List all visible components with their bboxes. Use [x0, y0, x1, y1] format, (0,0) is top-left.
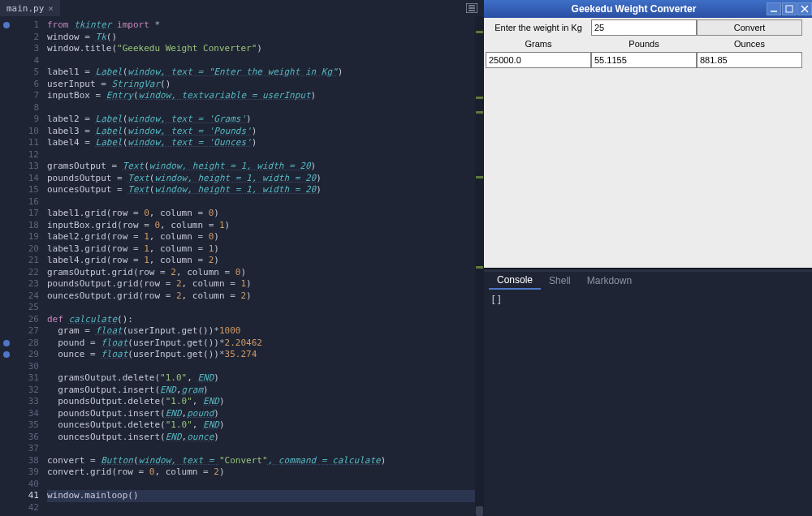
line-number[interactable]: 22: [0, 267, 47, 279]
code-line[interactable]: ouncesOutput.insert(END,ounce): [47, 432, 484, 444]
code-line[interactable]: [47, 502, 484, 514]
tab-console[interactable]: Console: [489, 272, 541, 290]
minimize-icon[interactable]: [767, 2, 781, 15]
close-icon[interactable]: ×: [48, 3, 54, 14]
code-line[interactable]: poundsOutput.insert(END,pound): [47, 408, 484, 420]
code-line[interactable]: label3.grid(row = 1, column = 1): [47, 243, 484, 256]
breakpoint-icon[interactable]: [3, 351, 10, 358]
line-number[interactable]: 3: [0, 43, 47, 55]
code-line[interactable]: from tkinter import *: [47, 19, 484, 32]
tk-output-ounces[interactable]: 881.85: [697, 52, 802, 68]
line-number[interactable]: 1: [0, 19, 47, 32]
line-number[interactable]: 4: [0, 55, 47, 67]
code-line[interactable]: ouncesOutput.delete("1.0", END): [47, 419, 484, 432]
tk-output-grams[interactable]: 25000.0: [486, 52, 591, 68]
line-number[interactable]: 30: [0, 361, 47, 373]
code-line[interactable]: [47, 55, 484, 67]
code-line[interactable]: [47, 102, 484, 114]
tk-output-pounds[interactable]: 55.1155: [591, 52, 697, 68]
line-number[interactable]: 7: [0, 90, 47, 102]
code-line[interactable]: gramsOutput.insert(END,gram): [47, 385, 484, 397]
code-line[interactable]: label2.grid(row = 1, column = 0): [47, 231, 484, 243]
tab-markdown[interactable]: Markdown: [579, 273, 640, 289]
line-number[interactable]: 27: [0, 325, 47, 338]
tab-shell[interactable]: Shell: [541, 273, 579, 289]
code-line[interactable]: label4 = Label(window, text = 'Ounces'): [47, 137, 484, 149]
line-number[interactable]: 19: [0, 231, 47, 243]
line-number[interactable]: 12: [0, 149, 47, 161]
line-number[interactable]: 18: [0, 220, 47, 232]
code-line[interactable]: [47, 479, 484, 491]
code-line[interactable]: window.title("Geekedu Weight Converter"): [47, 43, 484, 55]
line-number[interactable]: 38: [0, 455, 47, 467]
line-number[interactable]: 29: [0, 349, 47, 361]
line-number[interactable]: 2: [0, 32, 47, 44]
scrollbar-thumb[interactable]: [476, 506, 483, 516]
editor-tab-main[interactable]: main.py ×: [0, 0, 60, 16]
code-line[interactable]: label4.grid(row = 1, column = 2): [47, 255, 484, 267]
line-number[interactable]: 21: [0, 255, 47, 267]
line-number[interactable]: 8: [0, 102, 47, 114]
code-line[interactable]: label2 = Label(window, text = 'Grams'): [47, 114, 484, 126]
line-number[interactable]: 13: [0, 161, 47, 173]
line-number[interactable]: 6: [0, 79, 47, 91]
line-number[interactable]: 39: [0, 467, 47, 479]
line-number[interactable]: 24: [0, 290, 47, 303]
tk-input-kg[interactable]: 25: [591, 19, 697, 36]
code-line[interactable]: label3 = Label(window, text = 'Pounds'): [47, 126, 484, 138]
code-line[interactable]: [47, 302, 484, 314]
code-line[interactable]: window = Tk(): [47, 32, 484, 44]
code-line[interactable]: userInput = StringVar(): [47, 79, 484, 91]
line-number[interactable]: 15: [0, 184, 47, 196]
code-line[interactable]: ouncesOutput.grid(row = 2, column = 2): [47, 290, 484, 303]
console-output[interactable]: []: [484, 290, 812, 516]
breakpoint-icon[interactable]: [3, 22, 10, 28]
line-number[interactable]: 32: [0, 385, 47, 397]
line-number[interactable]: 17: [0, 208, 47, 220]
panel-menu-icon[interactable]: [464, 2, 479, 14]
code-line[interactable]: poundsOutput.delete("1.0", END): [47, 396, 484, 408]
line-number[interactable]: 33: [0, 396, 47, 408]
code-line[interactable]: convert = Button(window, text = "Convert…: [47, 455, 484, 467]
line-number[interactable]: 41: [0, 490, 47, 502]
code-line[interactable]: window.mainloop(): [47, 490, 484, 502]
line-number[interactable]: 20: [0, 243, 47, 256]
code-line[interactable]: gramsOutput = Text(window, height = 1, w…: [47, 161, 484, 173]
line-number[interactable]: 42: [0, 502, 47, 514]
code-line[interactable]: label1 = Label(window, text = "Enter the…: [47, 67, 484, 79]
close-window-icon[interactable]: [797, 2, 812, 15]
maximize-icon[interactable]: [782, 2, 797, 15]
code-line[interactable]: gramsOutput.delete("1.0", END): [47, 372, 484, 385]
code-line[interactable]: [47, 361, 484, 373]
code-line[interactable]: pound = float(userInput.get())*2.20462: [47, 338, 484, 350]
code-line[interactable]: poundsOutput.grid(row = 2, column = 1): [47, 278, 484, 290]
code-line[interactable]: gram = float(userInput.get())*1000: [47, 325, 484, 338]
line-number[interactable]: 36: [0, 432, 47, 444]
code-line[interactable]: [47, 443, 484, 455]
line-number[interactable]: 10: [0, 126, 47, 138]
line-number[interactable]: 34: [0, 408, 47, 420]
line-number[interactable]: 26: [0, 314, 47, 326]
code-line[interactable]: [47, 149, 484, 161]
line-number[interactable]: 5: [0, 67, 47, 79]
code-line[interactable]: label1.grid(row = 0, column = 0): [47, 208, 484, 220]
code-line[interactable]: ouncesOutput = Text(window, height = 1, …: [47, 184, 484, 196]
code-line[interactable]: inputBox.grid(row = 0, column = 1): [47, 220, 484, 232]
code-line[interactable]: def calculate():: [47, 314, 484, 326]
line-number[interactable]: 11: [0, 137, 47, 149]
code-editor[interactable]: 1234567891011121314151617181920212223242…: [0, 16, 484, 516]
tk-titlebar[interactable]: Geekedu Weight Converter: [484, 0, 812, 18]
line-number[interactable]: 40: [0, 479, 47, 491]
code-line[interactable]: ounce = float(userInput.get())*35.274: [47, 349, 484, 361]
tk-convert-button[interactable]: Convert: [697, 19, 802, 36]
line-number[interactable]: 23: [0, 278, 47, 290]
code-line[interactable]: inputBox = Entry(window, textvariable = …: [47, 90, 484, 102]
breakpoint-icon[interactable]: [3, 340, 10, 346]
code-line[interactable]: convert.grid(row = 0, column = 2): [47, 467, 484, 479]
line-number[interactable]: 16: [0, 196, 47, 209]
line-number[interactable]: 31: [0, 372, 47, 385]
code-line[interactable]: [47, 196, 484, 209]
code-area[interactable]: from tkinter import *window = Tk()window…: [47, 16, 484, 516]
editor-scrollbar[interactable]: [475, 16, 484, 516]
code-line[interactable]: poundsOutput = Text(window, height = 1, …: [47, 173, 484, 185]
